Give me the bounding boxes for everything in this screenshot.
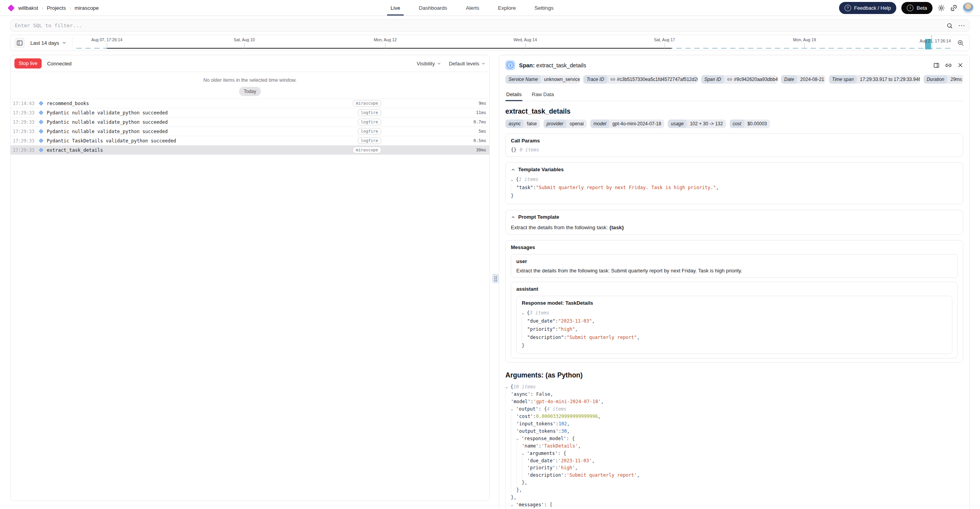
row-tag-mirascope[interactable]: mirascope <box>353 100 381 107</box>
badge-label: provider <box>544 119 567 128</box>
topbar-actions: ? Feedback / Help i Beta <box>839 2 974 14</box>
code-token: 0.00003329999999999996 <box>536 413 598 420</box>
indent-guide <box>511 450 516 457</box>
row-span-name: Pydantic nullable validate_python succee… <box>47 119 168 125</box>
span-tab-raw-data[interactable]: Raw Data <box>531 89 555 101</box>
default-levels-dropdown[interactable]: Default levels <box>449 61 486 67</box>
tab-settings[interactable]: Settings <box>533 0 555 16</box>
indent-guide <box>505 428 511 435</box>
row-meta: logfire0.5ms <box>358 137 486 144</box>
row-tag-mirascope[interactable]: mirascope <box>353 147 381 153</box>
timeline-tick-line <box>244 43 245 48</box>
time-range-label: Last 14 days <box>30 40 59 46</box>
meta-badge-span-id[interactable]: Span ID#9c942620aa93dbb4 <box>701 75 778 84</box>
meta-badge-trace-id[interactable]: Trace ID#c3b5157330ea5c1fd4572747af512d2… <box>583 75 697 84</box>
table-row[interactable]: 17:29:33Pydantic nullable validate_pytho… <box>11 126 489 136</box>
tab-explore[interactable]: Explore <box>497 0 517 16</box>
code-token: "Submit quarterly report by next Friday.… <box>536 184 716 192</box>
share-link-icon[interactable] <box>950 4 957 12</box>
collapse-chevron-icon[interactable]: ⌄ <box>522 450 527 458</box>
code-token: 'async' <box>511 391 531 398</box>
time-range-select[interactable]: Last 14 days <box>29 40 68 46</box>
code-line: ⌄{ 3 items <box>522 309 947 317</box>
row-tag-logfire[interactable]: logfire <box>358 119 381 125</box>
timeline-canvas[interactable]: Aug 07, 17:26:14Sat, Aug 10Mon, Aug 12We… <box>76 35 952 51</box>
table-row[interactable]: 17:29:33Pydantic TaskDetails validate_py… <box>11 136 489 145</box>
code-line: 'description': 'Submit quarterly report'… <box>505 472 963 479</box>
indent-guide <box>511 486 516 494</box>
meta-badge-duration: Duration29ms <box>924 75 963 84</box>
panel-resize-handle[interactable] <box>492 274 499 283</box>
code-line: 'input_tokens': 102, <box>505 420 963 428</box>
collapse-chevron-icon[interactable] <box>511 215 516 219</box>
code-token: , <box>637 472 640 479</box>
logfire-logo-icon <box>7 4 14 11</box>
visibility-dropdown[interactable]: Visibility <box>417 61 441 67</box>
link-icon[interactable] <box>611 77 615 82</box>
timeline-tick-label: Aug 07, 17:26:14 <box>91 37 122 42</box>
table-row[interactable]: 17:29:33Pydantic nullable validate_pytho… <box>11 117 489 126</box>
code-line: 'cost': 0.00003329999999999996, <box>505 413 963 420</box>
badge-label: Duration <box>924 75 947 84</box>
code-token: }, <box>516 486 522 494</box>
span-tab-details[interactable]: Details <box>505 89 523 101</box>
collapse-chevron-icon[interactable]: ⌄ <box>511 406 516 413</box>
beta-button[interactable]: i Beta <box>901 2 932 14</box>
code-line: 'name': 'TaskDetails', <box>505 442 963 450</box>
badge-value-text: #9c942620aa93dbb4 <box>734 77 778 82</box>
close-icon[interactable] <box>957 62 963 68</box>
table-row[interactable]: 17:29:33extract_task_detailsmirascope30m… <box>11 145 489 155</box>
tab-dashboards[interactable]: Dashboards <box>418 0 449 16</box>
feedback-help-button[interactable]: ? Feedback / Help <box>839 2 897 14</box>
code-token: : <box>531 398 533 405</box>
avatar[interactable] <box>962 2 974 14</box>
stop-live-button[interactable]: Stop live <box>14 58 42 68</box>
table-row[interactable]: 17:29:33Pydantic nullable validate_pytho… <box>11 108 489 117</box>
question-icon: ? <box>845 5 851 11</box>
collapse-chevron-icon[interactable]: ⌄ <box>516 435 521 443</box>
code-token: , <box>598 413 601 420</box>
badge-value: #c3b5157330ea5c1fd4572747af512d26 <box>607 75 698 84</box>
copy-link-icon[interactable] <box>945 62 952 68</box>
collapse-chevron-icon[interactable]: ⌄ <box>505 384 510 391</box>
theme-toggle-icon[interactable] <box>938 4 945 12</box>
tab-alerts[interactable]: Alerts <box>465 0 481 16</box>
indent-guide <box>522 464 527 472</box>
link-icon[interactable] <box>727 77 732 82</box>
meta-badge-service-name: Service Nameunknown_service <box>505 75 580 84</box>
collapse-chevron-icon[interactable] <box>511 167 516 172</box>
collapse-chevron-icon[interactable]: ⌄ <box>511 502 516 509</box>
sql-filter-input[interactable] <box>10 19 970 32</box>
collapse-chevron-icon[interactable]: ⌄ <box>522 309 527 318</box>
breadcrumb-item-willbakst[interactable]: willbakst <box>18 5 38 11</box>
code-token: 1 items <box>519 176 538 184</box>
timeline-tick-line <box>804 43 805 48</box>
timeline-zoom-button[interactable] <box>957 39 964 46</box>
table-row[interactable]: 17:14:43recommend_booksmirascope9ms <box>11 98 489 108</box>
code-line: }, <box>505 494 963 501</box>
badge-value-text: $0.00003 <box>748 121 767 126</box>
indent-guide <box>511 420 516 428</box>
row-tag-logfire[interactable]: logfire <box>358 109 381 116</box>
attr-badge-cost: cost$0.00003 <box>730 119 770 128</box>
span-header: i Span: extract_task_details <box>505 60 963 70</box>
row-meta: mirascope30ms <box>353 147 486 153</box>
code-token: 'Submit quarterly report' <box>567 472 637 479</box>
breadcrumb-item-Projects[interactable]: Projects <box>47 5 66 11</box>
badge-value: 2024-08-21 <box>797 75 825 84</box>
breadcrumb-item-mirascope[interactable]: mirascope <box>74 5 99 11</box>
code-token: "task" <box>516 184 533 192</box>
code-line: }, <box>505 486 963 494</box>
indent-guide <box>505 479 511 486</box>
top-navbar: willbakst›Projects›mirascope LiveDashboa… <box>0 0 980 16</box>
row-tag-logfire[interactable]: logfire <box>358 137 381 144</box>
collapse-chevron-icon[interactable]: ⌄ <box>511 176 516 184</box>
row-tag-logfire[interactable]: logfire <box>358 128 381 135</box>
tab-live[interactable]: Live <box>389 0 401 16</box>
badge-value: 102 + 30 -> 132 <box>687 119 726 128</box>
sidebar-toggle-button[interactable] <box>14 38 25 48</box>
prompt-template-title: Prompt Template <box>518 214 559 220</box>
open-side-panel-icon[interactable] <box>933 62 940 68</box>
code-token: : <box>558 428 561 435</box>
search-icon[interactable] <box>947 23 953 29</box>
